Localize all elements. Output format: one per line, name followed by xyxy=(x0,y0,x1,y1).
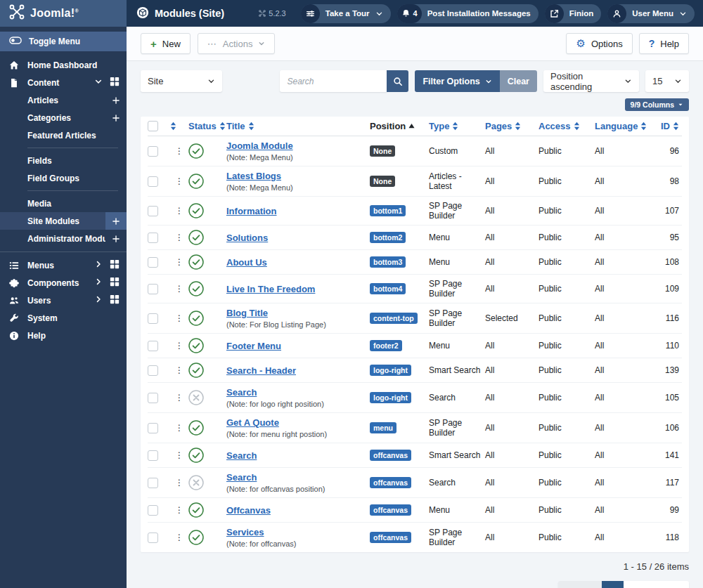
sort-type-header[interactable]: Type xyxy=(429,121,485,131)
row-checkbox[interactable] xyxy=(148,313,158,324)
dashboard-grid-icon[interactable] xyxy=(110,77,120,89)
status-published-icon[interactable] xyxy=(188,143,204,159)
sidebar-item-fields[interactable]: Fields xyxy=(0,152,127,169)
add-new-icon[interactable] xyxy=(105,91,127,109)
status-published-icon[interactable] xyxy=(188,420,204,436)
sort-status-header[interactable]: Status xyxy=(188,121,226,131)
drag-handle-icon[interactable]: ⋮ xyxy=(170,501,188,519)
module-title-link[interactable]: Search xyxy=(226,472,257,483)
status-published-icon[interactable] xyxy=(188,338,204,353)
drag-handle-icon[interactable]: ⋮ xyxy=(170,388,188,407)
select-all-checkbox[interactable] xyxy=(148,121,158,131)
take-a-tour-button[interactable]: Take a Tour xyxy=(301,4,391,23)
row-checkbox[interactable] xyxy=(148,533,158,543)
module-title-link[interactable]: Solutions xyxy=(226,233,268,243)
sort-ordering-header[interactable] xyxy=(170,122,188,131)
pagination-page-1[interactable]: 1 xyxy=(602,581,624,588)
limit-select[interactable]: 15 xyxy=(645,70,689,92)
row-checkbox[interactable] xyxy=(148,478,158,488)
row-checkbox[interactable] xyxy=(148,393,158,403)
sort-select[interactable]: Position ascending xyxy=(543,70,639,92)
client-select[interactable]: Site xyxy=(141,70,222,92)
status-published-icon[interactable] xyxy=(188,203,204,218)
toggle-menu-button[interactable]: Toggle Menu xyxy=(0,32,127,51)
status-published-icon[interactable] xyxy=(188,311,204,326)
dashboard-grid-icon[interactable] xyxy=(110,294,120,306)
module-title-link[interactable]: Joomla Module xyxy=(226,141,293,151)
row-checkbox[interactable] xyxy=(148,257,158,268)
sort-title-header[interactable]: Title xyxy=(226,121,370,131)
drag-handle-icon[interactable]: ⋮ xyxy=(170,202,188,220)
sidebar-item-system[interactable]: System xyxy=(0,309,127,327)
module-title-link[interactable]: Search - Header xyxy=(226,365,296,376)
dashboard-grid-icon[interactable] xyxy=(110,277,120,289)
dashboard-grid-icon[interactable] xyxy=(110,259,120,271)
module-title-link[interactable]: Footer Menu xyxy=(226,341,281,351)
joomla-logo[interactable]: Joomla!® xyxy=(0,0,127,27)
module-title-link[interactable]: Services xyxy=(226,527,264,537)
drag-handle-icon[interactable]: ⋮ xyxy=(170,361,188,379)
module-title-link[interactable]: Latest Blogs xyxy=(226,171,281,181)
row-checkbox[interactable] xyxy=(148,505,158,516)
options-button[interactable]: ⚙ Options xyxy=(566,33,632,54)
pagination-prev-button[interactable]: ‹ xyxy=(580,581,602,588)
drag-handle-icon[interactable]: ⋮ xyxy=(170,228,188,247)
sort-position-header[interactable]: Position xyxy=(370,121,429,131)
drag-handle-icon[interactable]: ⋮ xyxy=(170,309,188,327)
post-installation-messages-button[interactable]: 4 Post Installation Messages xyxy=(397,4,538,23)
add-new-icon[interactable] xyxy=(105,212,127,230)
row-checkbox[interactable] xyxy=(148,206,158,216)
sidebar-item-content[interactable]: Content xyxy=(0,74,127,91)
sidebar-item-components[interactable]: Components xyxy=(0,274,127,292)
sidebar-item-users[interactable]: Users xyxy=(0,292,127,309)
sidebar-item-field-groups[interactable]: Field Groups xyxy=(0,169,127,187)
status-published-icon[interactable] xyxy=(188,230,204,245)
search-input[interactable] xyxy=(280,70,387,92)
sidebar-item-categories[interactable]: Categories xyxy=(0,109,127,126)
module-title-link[interactable]: Get A Quote xyxy=(226,417,279,428)
help-button[interactable]: ? Help xyxy=(639,33,689,54)
filter-options-button[interactable]: Filter Options xyxy=(415,70,499,92)
module-title-link[interactable]: Live In The Freedom xyxy=(226,284,315,294)
drag-handle-icon[interactable]: ⋮ xyxy=(170,142,188,160)
sidebar-item-site-modules[interactable]: Site Modules xyxy=(0,212,127,230)
pagination-last-button[interactable]: » xyxy=(667,581,689,588)
drag-handle-icon[interactable]: ⋮ xyxy=(170,172,188,190)
columns-button[interactable]: 9/9 Columns xyxy=(625,98,689,111)
status-published-icon[interactable] xyxy=(188,281,204,296)
add-new-icon[interactable] xyxy=(105,230,127,247)
pagination-next-button[interactable]: › xyxy=(645,581,667,588)
actions-button[interactable]: ⋯ Actions xyxy=(198,33,276,54)
status-published-icon[interactable] xyxy=(188,447,204,463)
module-title-link[interactable]: Information xyxy=(226,206,277,216)
sort-pages-header[interactable]: Pages xyxy=(485,121,538,131)
sidebar-item-help[interactable]: Help xyxy=(0,327,127,344)
row-checkbox[interactable] xyxy=(148,176,158,187)
drag-handle-icon[interactable]: ⋮ xyxy=(170,473,188,492)
drag-handle-icon[interactable]: ⋮ xyxy=(170,280,188,298)
status-unpublished-icon[interactable] xyxy=(188,390,204,405)
status-published-icon[interactable] xyxy=(188,254,204,270)
sort-language-header[interactable]: Language xyxy=(595,121,652,131)
site-preview-button[interactable]: Finion xyxy=(545,4,602,23)
sidebar-item-menus[interactable]: Menus xyxy=(0,256,127,274)
row-checkbox[interactable] xyxy=(148,423,158,433)
drag-handle-icon[interactable]: ⋮ xyxy=(170,253,188,271)
user-menu-button[interactable]: User Menu xyxy=(607,4,695,23)
sort-access-header[interactable]: Access xyxy=(538,121,595,131)
drag-handle-icon[interactable]: ⋮ xyxy=(170,337,188,355)
module-title-link[interactable]: About Us xyxy=(226,257,267,268)
search-button[interactable] xyxy=(387,70,408,92)
row-checkbox[interactable] xyxy=(148,284,158,294)
sidebar-item-administrator-modules[interactable]: Administrator Modules xyxy=(0,230,127,247)
pagination-page-2[interactable]: 2 xyxy=(624,581,645,588)
drag-handle-icon[interactable]: ⋮ xyxy=(170,528,188,547)
sidebar-item-featured-articles[interactable]: Featured Articles xyxy=(0,126,127,144)
status-published-icon[interactable] xyxy=(188,362,204,378)
status-unpublished-icon[interactable] xyxy=(188,475,204,490)
status-published-icon[interactable] xyxy=(188,502,204,518)
row-checkbox[interactable] xyxy=(148,450,158,461)
row-checkbox[interactable] xyxy=(148,146,158,157)
clear-button[interactable]: Clear xyxy=(500,70,537,92)
drag-handle-icon[interactable]: ⋮ xyxy=(170,446,188,464)
